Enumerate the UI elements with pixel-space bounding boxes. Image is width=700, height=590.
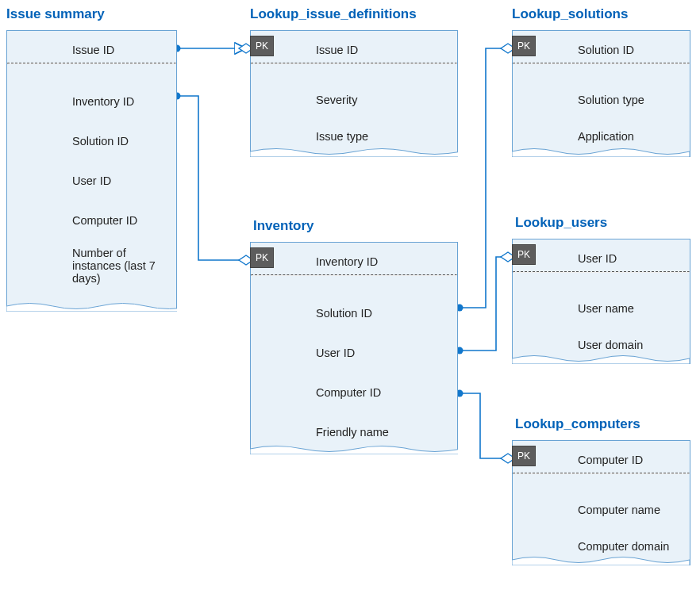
entity-issue-summary: Issue ID Inventory ID Solution ID User I…	[6, 30, 177, 312]
entity-lookup-issue-definitions: PK Issue ID Severity Issue type	[250, 30, 458, 157]
field-label: Computer ID	[72, 214, 137, 227]
torn-edge	[250, 146, 458, 157]
field-inventory-id: Inventory ID	[7, 82, 176, 121]
field-label: User name	[578, 302, 634, 315]
field-label: Solution ID	[316, 307, 372, 320]
field-inventory-id: PK Inventory ID	[251, 243, 457, 274]
entity-inventory: PK Inventory ID Solution ID User ID Comp…	[250, 242, 458, 454]
field-label: Solution type	[578, 94, 644, 106]
field-user-name: User name	[513, 290, 690, 327]
field-label: Issue type	[316, 130, 368, 143]
rel-issue-to-definitions	[174, 43, 254, 54]
entity-title-lookup-computers: Lookup_computers	[515, 416, 640, 432]
field-label: Computer ID	[316, 386, 381, 399]
field-severity: Severity	[251, 82, 457, 118]
field-label: Friendly name	[316, 426, 389, 439]
field-label: Severity	[316, 94, 357, 106]
field-instances: Number of instances (last 7 days)	[7, 240, 176, 288]
field-solution-id: Solution ID	[251, 293, 457, 333]
field-solution-id: PK Solution ID	[513, 31, 690, 63]
torn-edge	[512, 353, 690, 364]
pk-badge: PK	[512, 244, 536, 265]
field-label: Computer ID	[578, 454, 643, 466]
field-label: Computer domain	[578, 540, 669, 553]
pk-badge: PK	[250, 247, 274, 268]
field-label: User ID	[578, 252, 617, 265]
entity-title-inventory: Inventory	[253, 218, 314, 234]
field-label: Issue ID	[72, 44, 114, 56]
field-issue-id: Issue ID	[7, 31, 176, 63]
field-label: Issue ID	[316, 44, 358, 56]
rel-inventory-to-solutions	[456, 44, 516, 312]
pk-badge: PK	[512, 446, 536, 466]
rel-issue-to-inventory	[174, 93, 254, 266]
field-user-id: User ID	[251, 333, 457, 373]
field-user-id: PK User ID	[513, 239, 690, 271]
torn-edge	[512, 554, 690, 565]
entity-lookup-solutions: PK Solution ID Solution type Application	[512, 30, 690, 157]
field-label: User ID	[316, 347, 355, 359]
rel-inventory-to-users	[456, 252, 516, 354]
entity-title-lookup-issue-definitions: Lookup_issue_definitions	[250, 6, 417, 22]
field-label: User domain	[578, 339, 643, 351]
field-label: Computer name	[578, 504, 660, 516]
field-label: Number of instances (last 7 days)	[72, 247, 163, 285]
field-computer-id: Computer ID	[251, 373, 457, 412]
field-solution-id: Solution ID	[7, 121, 176, 161]
er-diagram-canvas: Issue summary Issue ID Inventory ID Solu…	[0, 0, 700, 590]
field-label: Solution ID	[72, 135, 129, 148]
field-label: Inventory ID	[72, 95, 134, 108]
torn-edge	[6, 301, 177, 312]
torn-edge	[250, 443, 458, 454]
pk-badge: PK	[512, 36, 536, 56]
torn-edge	[512, 146, 690, 157]
pk-badge: PK	[250, 36, 274, 56]
field-issue-id: PK Issue ID	[251, 31, 457, 63]
field-label: User ID	[72, 174, 111, 187]
field-computer-id: Computer ID	[7, 201, 176, 240]
entity-title-lookup-solutions: Lookup_solutions	[512, 6, 628, 22]
entity-title-lookup-users: Lookup_users	[515, 215, 607, 231]
rel-inventory-to-computers	[456, 390, 516, 464]
field-label: Inventory ID	[316, 255, 378, 268]
entity-lookup-users: PK User ID User name User domain	[512, 239, 690, 364]
field-label: Application	[578, 130, 634, 143]
field-user-id: User ID	[7, 161, 176, 201]
entity-lookup-computers: PK Computer ID Computer name Computer do…	[512, 440, 690, 565]
field-label: Solution ID	[578, 44, 634, 56]
entity-title-issue-summary: Issue summary	[6, 6, 105, 22]
field-computer-id: PK Computer ID	[513, 441, 690, 473]
field-solution-type: Solution type	[513, 82, 690, 118]
field-computer-name: Computer name	[513, 492, 690, 528]
